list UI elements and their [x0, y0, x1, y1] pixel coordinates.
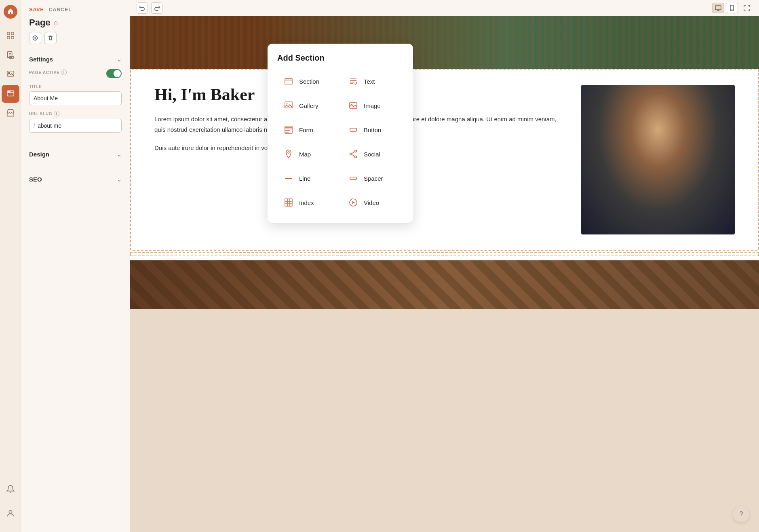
seo-chevron-icon: ⌄: [117, 176, 122, 183]
redo-button[interactable]: [151, 2, 162, 14]
svg-point-9: [8, 91, 9, 92]
gallery-label: Gallery: [299, 102, 318, 109]
add-section-item-form[interactable]: Form: [277, 119, 339, 140]
title-label: TITLE: [29, 84, 122, 89]
add-section-item-map[interactable]: Map: [277, 144, 339, 165]
add-section-item-social[interactable]: Social: [342, 144, 403, 165]
help-button[interactable]: ?: [733, 506, 749, 522]
nav-icon-pages[interactable]: [2, 46, 19, 64]
add-section-item-gallery[interactable]: Gallery: [277, 95, 339, 116]
add-section-item-spacer[interactable]: Spacer: [342, 168, 403, 189]
save-button[interactable]: SAVE: [29, 6, 44, 13]
svg-point-10: [9, 91, 10, 92]
form-icon: [282, 123, 295, 136]
settings-section: Settings ⌄ PAGE ACTIVE i TITLE URL SLUG …: [21, 49, 130, 145]
button-icon: [347, 123, 360, 136]
add-section-item-text[interactable]: Text: [342, 71, 403, 92]
design-title: Design: [29, 151, 49, 158]
sidebar-actions: SAVE CANCEL: [29, 6, 122, 13]
title-input[interactable]: [29, 91, 122, 105]
svg-rect-27: [350, 177, 356, 179]
mobile-view-button[interactable]: [726, 3, 738, 13]
hero-image: [130, 16, 759, 69]
undo-button[interactable]: [137, 2, 148, 14]
section-drop-zone[interactable]: [130, 252, 759, 256]
text-icon: [347, 75, 360, 88]
line-label: Line: [299, 175, 310, 182]
line-icon: [282, 172, 295, 185]
nav-icon-dashboard[interactable]: [2, 27, 19, 44]
svg-rect-0: [7, 32, 9, 35]
url-slug-label: URL SLUG i: [29, 111, 122, 116]
content-image: [581, 85, 735, 234]
svg-point-23: [288, 152, 289, 153]
map-icon: [282, 148, 295, 160]
video-label: Video: [364, 199, 379, 206]
home-icon[interactable]: ⌂: [54, 19, 58, 27]
svg-point-24: [355, 150, 357, 152]
add-section-item-index[interactable]: Index: [277, 192, 339, 213]
svg-rect-2: [7, 36, 9, 39]
image-label: Image: [364, 102, 381, 109]
index-label: Index: [299, 199, 314, 206]
page-title-row: Page ⌂: [29, 17, 122, 28]
add-section-item-section[interactable]: Section: [277, 71, 339, 92]
nav-icon-store[interactable]: [2, 104, 19, 122]
add-section-item-line[interactable]: Line: [277, 168, 339, 189]
map-label: Map: [299, 151, 311, 158]
nav-icon-notifications[interactable]: [2, 480, 19, 498]
seo-title: SEO: [29, 176, 42, 183]
content-right: [581, 85, 735, 234]
title-field: TITLE: [29, 84, 122, 111]
logo-icon[interactable]: [4, 5, 17, 19]
page-active-row: PAGE ACTIVE i: [29, 69, 122, 78]
svg-rect-13: [715, 6, 721, 10]
popup-title: Add Section: [277, 53, 403, 63]
url-slug-info-icon[interactable]: i: [54, 111, 59, 116]
svg-rect-16: [285, 78, 292, 84]
main-content: Add Section Section: [130, 0, 759, 532]
url-slug-field: URL SLUG i /: [29, 111, 122, 133]
url-input-row: /: [29, 119, 122, 133]
nav-icon-account[interactable]: [2, 505, 19, 522]
svg-rect-6: [7, 71, 14, 76]
canvas[interactable]: Add Section Section: [130, 16, 759, 532]
delete-page-button[interactable]: [44, 32, 57, 44]
page-title: Page: [29, 17, 51, 28]
settings-header[interactable]: Settings ⌄: [29, 56, 122, 63]
cancel-button[interactable]: CANCEL: [48, 6, 72, 13]
fullscreen-button[interactable]: [741, 2, 753, 14]
add-page-button[interactable]: [29, 32, 41, 44]
svg-point-18: [287, 103, 288, 105]
section-icon: [282, 75, 295, 88]
page-active-toggle[interactable]: [106, 69, 122, 78]
design-header[interactable]: Design ⌄: [29, 151, 122, 158]
add-section-item-video[interactable]: Video: [342, 192, 403, 213]
seo-header[interactable]: SEO ⌄: [29, 176, 122, 183]
text-label: Text: [364, 78, 375, 85]
nav-icon-website[interactable]: [2, 85, 19, 103]
add-section-item-image[interactable]: Image: [342, 95, 403, 116]
page-actions: [29, 32, 122, 44]
svg-point-20: [351, 104, 352, 105]
svg-rect-28: [285, 199, 292, 206]
settings-chevron-icon: ⌄: [117, 56, 122, 63]
section-label: Section: [299, 78, 319, 85]
image-icon: [347, 99, 360, 112]
svg-rect-17: [285, 102, 292, 108]
svg-point-11: [9, 511, 12, 513]
desktop-view-button[interactable]: [712, 3, 724, 13]
social-label: Social: [364, 151, 380, 158]
canvas-inner: Add Section Section: [130, 16, 759, 309]
url-slug-input[interactable]: [38, 119, 121, 132]
spacer-icon: [347, 172, 360, 185]
svg-point-15: [732, 9, 732, 10]
icon-bar: [0, 0, 21, 532]
design-section: Design ⌄: [21, 145, 130, 170]
bottom-image-strip: [130, 260, 759, 309]
svg-rect-22: [350, 128, 356, 131]
svg-point-26: [355, 156, 357, 158]
page-active-info-icon[interactable]: i: [61, 70, 67, 75]
nav-icon-media[interactable]: [2, 65, 19, 83]
add-section-item-button[interactable]: Button: [342, 119, 403, 140]
